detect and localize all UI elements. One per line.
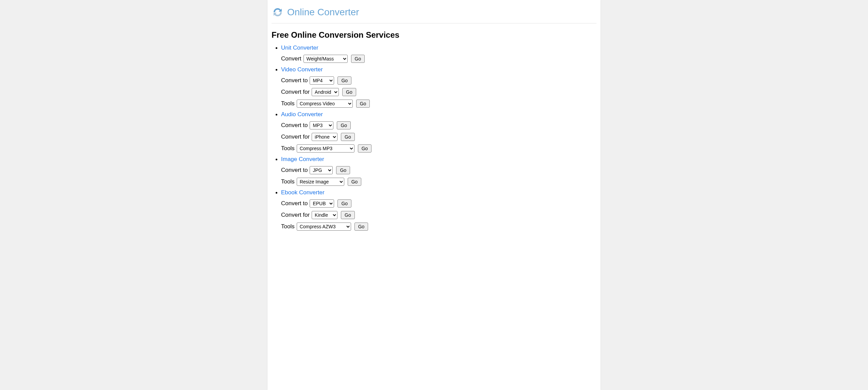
video-converter-link[interactable]: Video Converter — [281, 66, 323, 73]
tools-label: Tools — [281, 178, 295, 185]
tools-label: Tools — [281, 223, 295, 230]
refresh-logo-icon — [272, 6, 284, 18]
audio-tools-row: Tools Compress MP3 Go — [281, 144, 596, 153]
audio-converter-item: Audio Converter Convert to MP3 Go Conver… — [281, 111, 596, 153]
video-converter-item: Video Converter Convert to MP4 Go Conver… — [281, 66, 596, 108]
image-converter-item: Image Converter Convert to JPG Go Tools … — [281, 156, 596, 186]
convert-to-label: Convert to — [281, 77, 308, 84]
convert-to-label: Convert to — [281, 167, 308, 174]
video-tools-row: Tools Compress Video Go — [281, 100, 596, 108]
image-convert-to-row: Convert to JPG Go — [281, 166, 596, 174]
page-title: Free Online Conversion Services — [272, 30, 596, 40]
ebook-convert-for-row: Convert for Kindle Go — [281, 211, 596, 219]
image-tools-select[interactable]: Resize Image — [297, 178, 344, 186]
ebook-convert-to-row: Convert to EPUB Go — [281, 199, 596, 208]
site-title: Online Converter — [287, 7, 359, 18]
main-container: Online Converter Free Online Conversion … — [267, 0, 601, 390]
image-convert-to-go-button[interactable]: Go — [336, 166, 350, 174]
audio-tools-go-button[interactable]: Go — [358, 144, 372, 153]
audio-convert-to-go-button[interactable]: Go — [337, 121, 351, 129]
video-convert-to-row: Convert to MP4 Go — [281, 76, 596, 85]
ebook-convert-to-go-button[interactable]: Go — [337, 199, 351, 208]
header: Online Converter — [272, 3, 596, 23]
audio-convert-for-select[interactable]: iPhone — [312, 133, 337, 141]
audio-convert-to-select[interactable]: MP3 — [310, 121, 333, 129]
ebook-converter-link[interactable]: Ebook Converter — [281, 189, 325, 196]
video-tools-select[interactable]: Compress Video — [297, 100, 353, 108]
tools-label: Tools — [281, 145, 295, 152]
convert-for-label: Convert for — [281, 212, 310, 218]
conversion-list: Unit Converter Convert Weight/Mass Go Vi… — [272, 45, 596, 231]
image-convert-to-select[interactable]: JPG — [310, 166, 333, 174]
ebook-convert-for-select[interactable]: Kindle — [312, 211, 337, 219]
image-converter-link[interactable]: Image Converter — [281, 156, 324, 162]
ebook-converter-item: Ebook Converter Convert to EPUB Go Conve… — [281, 189, 596, 231]
ebook-tools-row: Tools Compress AZW3 Go — [281, 223, 596, 231]
audio-convert-for-go-button[interactable]: Go — [341, 133, 355, 141]
video-convert-to-go-button[interactable]: Go — [337, 76, 351, 85]
unit-convert-select[interactable]: Weight/Mass — [303, 55, 348, 63]
tools-label: Tools — [281, 100, 295, 107]
audio-tools-select[interactable]: Compress MP3 — [297, 144, 354, 153]
unit-converter-link[interactable]: Unit Converter — [281, 45, 318, 51]
video-convert-to-select[interactable]: MP4 — [310, 76, 334, 85]
convert-for-label: Convert for — [281, 134, 310, 140]
image-tools-go-button[interactable]: Go — [348, 178, 362, 186]
image-tools-row: Tools Resize Image Go — [281, 178, 596, 186]
convert-for-label: Convert for — [281, 89, 310, 95]
video-tools-go-button[interactable]: Go — [356, 100, 370, 108]
ebook-convert-to-select[interactable]: EPUB — [310, 199, 334, 208]
video-convert-for-row: Convert for Android Go — [281, 88, 596, 96]
audio-convert-to-row: Convert to MP3 Go — [281, 121, 596, 129]
unit-convert-row: Convert Weight/Mass Go — [281, 55, 596, 63]
audio-convert-for-row: Convert for iPhone Go — [281, 133, 596, 141]
ebook-convert-for-go-button[interactable]: Go — [341, 211, 355, 219]
video-convert-for-select[interactable]: Android — [312, 88, 339, 96]
ebook-tools-select[interactable]: Compress AZW3 — [297, 223, 351, 231]
ebook-tools-go-button[interactable]: Go — [354, 223, 368, 231]
convert-label: Convert — [281, 55, 301, 62]
video-convert-for-go-button[interactable]: Go — [342, 88, 356, 96]
convert-to-label: Convert to — [281, 122, 308, 129]
unit-convert-go-button[interactable]: Go — [351, 55, 365, 63]
convert-to-label: Convert to — [281, 200, 308, 207]
audio-converter-link[interactable]: Audio Converter — [281, 111, 323, 118]
unit-converter-item: Unit Converter Convert Weight/Mass Go — [281, 45, 596, 63]
